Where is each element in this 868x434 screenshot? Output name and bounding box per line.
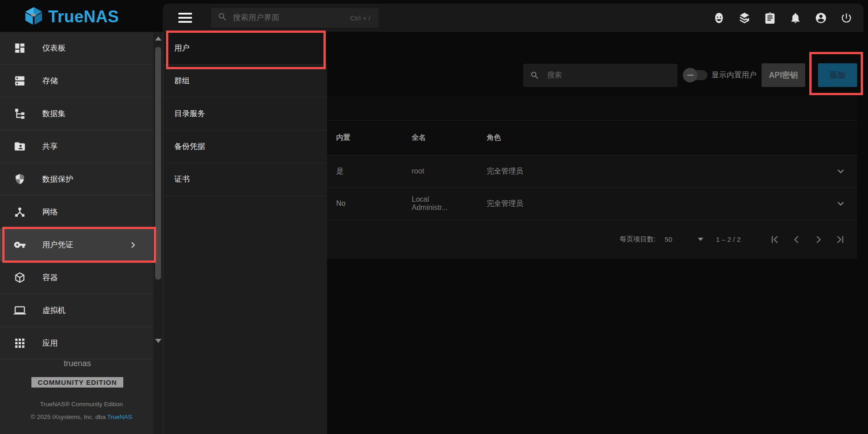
pagination-range: 1 – 2 / 2 bbox=[716, 235, 741, 243]
show-builtin-users-label: 显示内置用户 bbox=[712, 70, 757, 80]
sidebar-item-network[interactable]: 网络 bbox=[0, 196, 155, 229]
column-header-builtin[interactable]: 内置 bbox=[336, 133, 412, 143]
ix-systems-icon[interactable] bbox=[738, 12, 751, 24]
footer-edition-text: TrueNAS® Community Edition bbox=[0, 401, 163, 408]
table-toolbar-band bbox=[327, 97, 857, 120]
previous-page-icon[interactable] bbox=[791, 234, 802, 245]
apps-icon bbox=[14, 337, 26, 349]
cell-builtin: 是 bbox=[336, 167, 412, 176]
cell-fullname: root bbox=[412, 167, 463, 175]
search-icon bbox=[217, 12, 227, 24]
cell-builtin: No bbox=[336, 199, 412, 208]
page-size-value[interactable]: 50 bbox=[665, 235, 672, 243]
top-bar-panel: Ctrl + / bbox=[163, 4, 863, 32]
jobs-clipboard-icon[interactable] bbox=[764, 12, 776, 24]
chevron-down-icon[interactable] bbox=[835, 166, 846, 177]
table-row[interactable]: 是 root 完全管理员 bbox=[327, 155, 857, 187]
scrollbar-down-arrow-icon[interactable] bbox=[155, 339, 161, 343]
submenu-item-users[interactable]: 用户 bbox=[164, 32, 327, 65]
global-search-field[interactable]: Ctrl + / bbox=[211, 8, 378, 28]
cell-roles: 完全管理员 bbox=[487, 167, 824, 176]
datasets-icon bbox=[14, 107, 26, 120]
users-page-controls: 显示内置用户 API密钥 添加 bbox=[523, 63, 857, 87]
users-table-card: 内置 全名 角色 是 root 完全管理员 No Local Administr… bbox=[327, 97, 857, 259]
footer-copyright-text: © 2025 iXsystems, Inc. dba TrueNAS bbox=[0, 414, 163, 420]
storage-icon bbox=[14, 75, 26, 87]
submenu-item-directory-services[interactable]: 目录服务 bbox=[164, 97, 327, 130]
sidebar-item-credentials[interactable]: 用户凭证 bbox=[0, 229, 155, 261]
show-builtin-users-toggle[interactable] bbox=[684, 69, 707, 81]
menu-hamburger-icon[interactable] bbox=[178, 10, 193, 26]
users-search-field[interactable] bbox=[523, 64, 677, 87]
top-bar: TrueNAS Ctrl + / bbox=[0, 0, 868, 32]
next-page-icon[interactable] bbox=[812, 234, 824, 245]
vm-icon bbox=[14, 304, 26, 317]
key-icon bbox=[14, 239, 26, 251]
feedback-smiley-icon[interactable] bbox=[713, 12, 725, 24]
sidebar-item-shares[interactable]: 共享 bbox=[0, 130, 155, 163]
truenas-logo-icon bbox=[24, 6, 44, 28]
account-icon[interactable] bbox=[815, 12, 827, 24]
submenu-item-certificates[interactable]: 证书 bbox=[164, 163, 327, 196]
first-page-icon[interactable] bbox=[769, 234, 781, 245]
sidebar-item-data-protection[interactable]: 数据保护 bbox=[0, 163, 155, 196]
alerts-bell-icon[interactable] bbox=[789, 12, 802, 24]
shares-icon bbox=[14, 140, 26, 153]
submenu-item-groups[interactable]: 群组 bbox=[164, 65, 327, 97]
search-icon bbox=[530, 71, 540, 80]
data-protection-icon bbox=[14, 173, 26, 185]
chevron-down-icon[interactable] bbox=[835, 198, 846, 209]
dashboard-icon bbox=[14, 42, 26, 54]
page-size-dropdown-icon[interactable] bbox=[698, 238, 703, 241]
table-header-row: 内置 全名 角色 bbox=[327, 120, 857, 155]
hostname-label: truenas bbox=[0, 359, 155, 368]
users-page: 显示内置用户 API密钥 添加 内置 全名 角色 是 root 完全管理员 bbox=[327, 32, 868, 434]
last-page-icon[interactable] bbox=[834, 234, 846, 245]
credentials-submenu: 用户 群组 目录服务 备份凭据 证书 bbox=[164, 32, 327, 434]
pagination-bar: 每页项目数: 50 1 – 2 / 2 bbox=[327, 220, 857, 259]
truenas-footer-link[interactable]: TrueNAS bbox=[107, 414, 132, 420]
column-header-roles[interactable]: 角色 bbox=[487, 133, 824, 143]
sidebar-item-vms[interactable]: 虚拟机 bbox=[0, 294, 155, 327]
containers-icon bbox=[14, 271, 26, 284]
sidebar-item-datasets[interactable]: 数据集 bbox=[0, 97, 155, 130]
edition-badge: COMMUNITY EDITION bbox=[31, 377, 123, 388]
toggle-knob-minus-icon bbox=[683, 68, 697, 82]
sidebar: 仪表板 存储 数据集 共享 数据保护 网络 bbox=[0, 32, 164, 434]
search-shortcut-hint: Ctrl + / bbox=[350, 14, 370, 22]
page-size-label: 每页项目数: bbox=[620, 235, 656, 244]
api-key-button[interactable]: API密钥 bbox=[762, 63, 805, 87]
cell-roles: 完全管理员 bbox=[487, 199, 824, 209]
table-row[interactable]: No Local Administr... 完全管理员 bbox=[327, 187, 857, 220]
add-user-button[interactable]: 添加 bbox=[818, 63, 857, 87]
column-header-fullname[interactable]: 全名 bbox=[412, 133, 487, 143]
sidebar-item-dashboard[interactable]: 仪表板 bbox=[0, 32, 155, 65]
sidebar-item-apps[interactable]: 应用 bbox=[0, 327, 155, 360]
truenas-logo[interactable]: TrueNAS bbox=[24, 6, 119, 28]
sidebar-item-containers[interactable]: 容器 bbox=[0, 261, 155, 294]
scrollbar-thumb[interactable] bbox=[155, 47, 161, 280]
sidebar-scrollbar[interactable] bbox=[153, 32, 163, 434]
submenu-item-backup-credentials[interactable]: 备份凭据 bbox=[164, 130, 327, 163]
power-icon[interactable] bbox=[840, 12, 853, 24]
top-bar-icons bbox=[713, 4, 853, 32]
chevron-right-icon bbox=[128, 240, 137, 250]
sidebar-nav: 仪表板 存储 数据集 共享 数据保护 网络 bbox=[0, 32, 155, 360]
network-icon bbox=[14, 206, 26, 218]
sidebar-item-storage[interactable]: 存储 bbox=[0, 65, 155, 97]
cell-fullname: Local Administr... bbox=[412, 195, 463, 212]
scrollbar-up-arrow-icon[interactable] bbox=[155, 36, 161, 41]
global-search-input[interactable] bbox=[233, 13, 350, 22]
truenas-logo-text: TrueNAS bbox=[48, 7, 119, 26]
truenas-app-window: TrueNAS Ctrl + / bbox=[0, 0, 868, 434]
users-search-input[interactable] bbox=[547, 71, 671, 79]
